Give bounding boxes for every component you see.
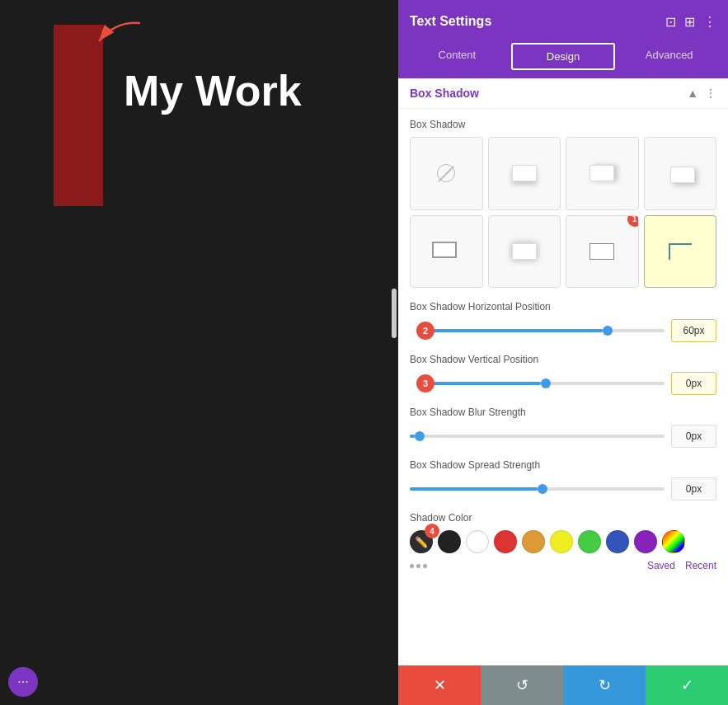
undo-button[interactable]: ↺ xyxy=(481,665,563,705)
section-header: Box Shadow ▲ ⋮ xyxy=(398,78,728,109)
preset-sel-box xyxy=(589,243,614,260)
step-badge-1: 1 xyxy=(627,215,639,227)
blur-slider-track[interactable] xyxy=(410,435,665,438)
spread-strength-row: Box Shadow Spread Strength 0px xyxy=(410,459,716,501)
preset-right-box xyxy=(589,165,614,181)
vertical-slider-row: 3 0px xyxy=(410,372,716,395)
more-icon[interactable]: ⋮ xyxy=(703,14,716,30)
blur-label: Box Shadow Blur Strength xyxy=(410,407,716,418)
preset-right[interactable] xyxy=(566,137,639,210)
color-yellow[interactable] xyxy=(550,530,573,553)
preset-br[interactable] xyxy=(644,137,717,210)
step-badge-4: 4 xyxy=(425,524,439,538)
color-swatches-row: ✏️ 4 xyxy=(410,530,716,553)
ellipsis-icon: ··· xyxy=(17,674,28,689)
horizontal-slider-track[interactable] xyxy=(416,329,665,332)
spread-slider-fill xyxy=(410,487,538,491)
save-button[interactable]: ✓ xyxy=(646,665,728,705)
settings-panel: Text Settings ⊡ ⊞ ⋮ Content Design Advan… xyxy=(398,0,728,705)
canvas-text-container: My Work xyxy=(91,66,302,115)
blur-strength-row: Box Shadow Blur Strength 0px xyxy=(410,407,716,448)
color-green[interactable] xyxy=(578,530,601,553)
layout-icon[interactable]: ⊞ xyxy=(684,14,695,30)
recent-link[interactable]: Recent xyxy=(685,560,716,571)
preset-last[interactable] xyxy=(644,215,717,289)
canvas-text: My Work xyxy=(124,67,302,115)
tab-advanced[interactable]: Advanced xyxy=(618,43,720,70)
preset-all-box xyxy=(512,243,537,260)
fullscreen-icon[interactable]: ⊡ xyxy=(665,14,676,30)
dot-3 xyxy=(423,564,427,568)
panel-body: Box Shadow ▲ ⋮ Box Shadow xyxy=(398,78,728,705)
box-shadow-field-label: Box Shadow xyxy=(410,119,716,130)
panel-header-icons: ⊡ ⊞ ⋮ xyxy=(665,14,716,30)
canvas-area: My Work xyxy=(0,0,398,705)
color-black[interactable] xyxy=(438,530,461,553)
tab-content[interactable]: Content xyxy=(406,43,508,70)
step-badge-2: 2 xyxy=(416,322,434,340)
saved-recent-row: Saved Recent xyxy=(410,560,716,571)
horizontal-slider-thumb[interactable] xyxy=(603,326,613,336)
blur-value[interactable]: 0px xyxy=(671,425,716,448)
cancel-button[interactable]: ✕ xyxy=(398,665,481,705)
panel-header: Text Settings ⊡ ⊞ ⋮ xyxy=(398,0,728,43)
color-orange[interactable] xyxy=(522,530,545,553)
vertical-value[interactable]: 0px xyxy=(671,372,716,395)
tab-bar: Content Design Advanced xyxy=(398,43,728,78)
vertical-label: Box Shadow Vertical Position xyxy=(410,354,716,365)
section-content: Box Shadow xyxy=(398,109,728,593)
blur-slider-thumb[interactable] xyxy=(415,431,425,441)
shadow-color-row: Shadow Color ✏️ 4 xyxy=(410,512,716,571)
color-purple[interactable] xyxy=(634,530,657,553)
panel-footer: ✕ ↺ ↻ ✓ xyxy=(398,665,728,705)
preset-selected[interactable]: 1 xyxy=(566,215,639,289)
more-dots[interactable] xyxy=(410,564,427,568)
horizontal-slider-row: 2 60px xyxy=(410,319,716,342)
spread-slider-row: 0px xyxy=(410,477,716,501)
redo-button[interactable]: ↻ xyxy=(563,665,646,705)
preset-bottom-box xyxy=(512,165,537,181)
color-white[interactable] xyxy=(466,530,489,553)
vertical-slider-track[interactable] xyxy=(416,382,665,385)
step-badge-3: 3 xyxy=(416,374,434,392)
horizontal-label: Box Shadow Horizontal Position xyxy=(410,301,716,313)
preset-tl-box xyxy=(432,242,457,258)
collapse-icon[interactable]: ▲ xyxy=(687,87,698,100)
vertical-slider-thumb[interactable] xyxy=(541,378,551,388)
tab-design[interactable]: Design xyxy=(511,43,616,70)
saved-link[interactable]: Saved xyxy=(647,560,675,571)
preset-none[interactable] xyxy=(410,137,483,210)
preset-br-box xyxy=(670,167,695,183)
horizontal-value[interactable]: 60px xyxy=(671,319,716,342)
preset-last-box xyxy=(669,243,692,260)
preset-tl[interactable] xyxy=(410,215,483,289)
section-more-icon[interactable]: ⋮ xyxy=(705,87,716,100)
pencil-icon: ✏️ xyxy=(415,536,428,548)
shadow-color-label: Shadow Color xyxy=(410,512,716,524)
section-title: Box Shadow xyxy=(410,87,479,100)
section-icons: ▲ ⋮ xyxy=(687,87,716,100)
dot-1 xyxy=(410,564,414,568)
no-shadow-icon xyxy=(437,164,455,182)
spread-label: Box Shadow Spread Strength xyxy=(410,459,716,471)
dot-2 xyxy=(416,564,420,568)
vertical-slider-fill xyxy=(416,382,541,385)
horizontal-position-row: Box Shadow Horizontal Position 2 60px xyxy=(410,301,716,342)
preset-bottom[interactable] xyxy=(488,137,561,210)
spread-value[interactable]: 0px xyxy=(671,477,716,501)
color-blue[interactable] xyxy=(606,530,629,553)
horizontal-slider-fill xyxy=(416,329,603,332)
spread-slider-track[interactable] xyxy=(410,487,665,491)
arrow-annotation xyxy=(82,16,148,58)
spread-slider-thumb[interactable] xyxy=(538,484,547,494)
vertical-position-row: Box Shadow Vertical Position 3 0px xyxy=(410,354,716,395)
bottom-menu-button[interactable]: ··· xyxy=(8,667,38,697)
color-rainbow[interactable] xyxy=(662,530,685,553)
panel-title: Text Settings xyxy=(410,14,491,29)
preset-all[interactable] xyxy=(488,215,561,289)
saved-recent-links: Saved Recent xyxy=(647,560,716,571)
scrollbar-thumb[interactable] xyxy=(392,289,397,338)
color-red[interactable] xyxy=(494,530,517,553)
shadow-presets-grid: 1 xyxy=(410,137,716,288)
picker-wrapper: ✏️ 4 xyxy=(410,530,433,553)
